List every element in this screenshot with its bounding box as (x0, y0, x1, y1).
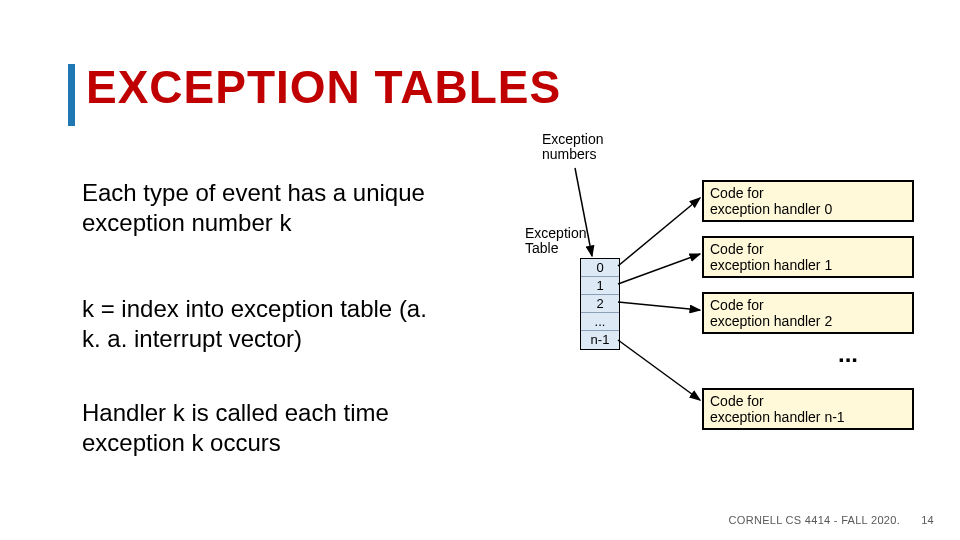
handler-box-1: Code forexception handler 1 (702, 236, 914, 278)
footer-page-number: 14 (921, 514, 934, 526)
table-row: 2 (581, 295, 619, 313)
slide-title: EXCEPTION TABLES (86, 60, 561, 114)
table-row: n-1 (581, 331, 619, 349)
exception-table: 0 1 2 ... n-1 (580, 258, 620, 350)
table-row: 1 (581, 277, 619, 295)
handler-box-2: Code forexception handler 2 (702, 292, 914, 334)
svg-line-4 (618, 302, 700, 310)
handler-box-n1: Code forexception handler n-1 (702, 388, 914, 430)
table-row: ... (581, 313, 619, 331)
bullet-2: k = index into exception table (a. k. a.… (82, 294, 442, 354)
svg-line-2 (618, 198, 700, 266)
exception-table-label: ExceptionTable (525, 226, 586, 257)
bullet-3: Handler k is called each time exception … (82, 398, 442, 458)
table-row: 0 (581, 259, 619, 277)
title-accent-bar (68, 64, 75, 126)
footer-course: CORNELL CS 4414 - FALL 2020. (729, 514, 900, 526)
svg-line-5 (618, 340, 700, 400)
exception-numbers-label: Exceptionnumbers (542, 132, 603, 163)
handler-ellipsis: ... (838, 340, 858, 368)
bullet-1: Each type of event has a unique exceptio… (82, 178, 442, 238)
handler-box-0: Code forexception handler 0 (702, 180, 914, 222)
svg-line-3 (618, 254, 700, 284)
